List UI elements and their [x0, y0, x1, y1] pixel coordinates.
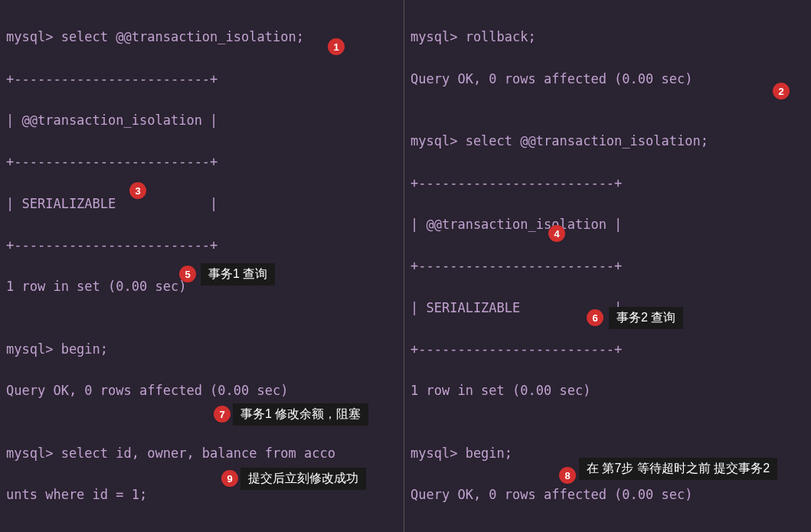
step-badge-6: 6 — [587, 309, 603, 326]
sql-line: Query OK, 0 rows affected (0.00 sec) — [410, 485, 805, 505]
sql-line: mysql> select id, owner, balance from ac… — [6, 443, 397, 464]
sql-line: +-------------------------+ — [410, 173, 805, 194]
step-badge-2: 2 — [773, 83, 790, 100]
sql-line: +-------------------------+ — [6, 69, 397, 90]
sql-line: mysql> rollback; — [410, 27, 805, 47]
sql-line: | SERIALIZABLE | — [410, 298, 805, 318]
sql-line: +----+--------+---------+ — [6, 527, 397, 532]
sql-line: Query OK, 0 rows affected (0.00 sec) — [6, 380, 397, 401]
step-badge-7: 7 — [214, 406, 231, 423]
annotation-tx2-query: 事务2 查询 — [609, 307, 683, 329]
annotation-tx1-query: 事务1 查询 — [201, 263, 275, 286]
step-badge-5: 5 — [179, 266, 196, 282]
step-badge-3: 3 — [129, 182, 146, 199]
sql-line: +-------------------------+ — [410, 339, 805, 360]
step-badge-1: 1 — [328, 38, 345, 55]
terminal-right[interactable]: mysql> rollback; Query OK, 0 rows affect… — [404, 0, 811, 532]
sql-line: Query OK, 0 rows affected (0.00 sec) — [410, 69, 805, 90]
sql-line: 1 row in set (0.00 sec) — [410, 380, 805, 401]
sql-line: mysql> select @@transaction_isolation; — [410, 131, 805, 152]
sql-line: mysql> begin; — [6, 339, 397, 360]
sql-line: +-------------------------+ — [6, 152, 397, 172]
sql-line: +-------------------------+ — [410, 256, 805, 276]
sql-line: | @@transaction_isolation | — [6, 110, 397, 131]
annotation-tx1-success: 提交后立刻修改成功 — [240, 468, 366, 490]
sql-line: | SERIALIZABLE | — [6, 194, 397, 214]
sql-line: | @@transaction_isolation | — [410, 214, 805, 235]
step-badge-8: 8 — [559, 467, 576, 484]
sql-line: +-------------------------+ — [6, 235, 397, 256]
annotation-tx2-commit: 在 第7步 等待超时之前 提交事务2 — [579, 458, 777, 480]
step-badge-9: 9 — [221, 470, 238, 487]
step-badge-4: 4 — [548, 225, 565, 242]
annotation-tx1-update-block: 事务1 修改余额，阻塞 — [233, 403, 368, 426]
